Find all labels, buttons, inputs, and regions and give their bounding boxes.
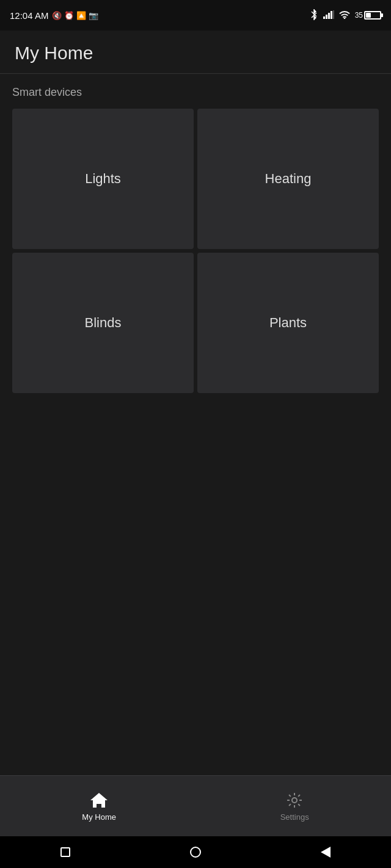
battery-box	[364, 11, 381, 20]
status-left: 12:04 AM 🔇 ⏰ 🔼 📷	[10, 10, 98, 21]
device-label-plants: Plants	[269, 315, 307, 331]
svg-rect-6	[97, 804, 101, 808]
settings-icon	[285, 790, 304, 810]
status-bar: 12:04 AM 🔇 ⏰ 🔼 📷	[0, 0, 391, 31]
battery-percent: 35	[355, 11, 363, 20]
status-right: 35	[310, 9, 381, 22]
nav-item-my-home[interactable]: My Home	[57, 786, 141, 826]
android-recents-button[interactable]	[58, 845, 73, 859]
nav-label-my-home: My Home	[82, 812, 116, 822]
svg-point-7	[292, 798, 297, 803]
app-icon: 📷	[89, 11, 98, 20]
device-grid: Lights Heating Blinds Plants	[12, 109, 379, 393]
section-label: Smart devices	[12, 86, 379, 99]
bottom-nav: My Home Settings	[0, 775, 391, 836]
svg-rect-3	[331, 11, 332, 19]
battery-icon: 35	[355, 11, 381, 20]
svg-rect-0	[323, 16, 325, 19]
svg-rect-4	[333, 10, 334, 19]
bluetooth-icon	[310, 9, 318, 22]
device-card-lights[interactable]: Lights	[12, 109, 194, 249]
back-icon	[321, 847, 331, 858]
recents-icon	[60, 847, 70, 857]
home-button-icon	[190, 847, 201, 858]
svg-rect-1	[326, 15, 327, 19]
device-card-heating[interactable]: Heating	[197, 109, 379, 249]
android-nav-bar	[0, 836, 391, 868]
device-label-blinds: Blinds	[85, 315, 122, 331]
battery-fill	[366, 13, 371, 18]
home-icon	[89, 790, 109, 810]
alarm-icon: ⏰	[64, 11, 74, 20]
page-title: My Home	[15, 43, 376, 63]
svg-point-5	[343, 17, 345, 18]
wifi-icon	[339, 10, 350, 21]
nav-icon: 🔼	[76, 11, 86, 20]
device-card-plants[interactable]: Plants	[197, 253, 379, 393]
notification-icons: 🔇 ⏰ 🔼 📷	[52, 11, 98, 20]
nav-item-settings[interactable]: Settings	[256, 786, 334, 826]
mute-icon: 🔇	[52, 11, 62, 20]
device-card-blinds[interactable]: Blinds	[12, 253, 194, 393]
device-label-lights: Lights	[85, 171, 121, 187]
svg-rect-2	[328, 13, 330, 19]
main-content: Smart devices Lights Heating Blinds Plan…	[0, 74, 391, 775]
android-back-button[interactable]	[318, 845, 333, 859]
device-label-heating: Heating	[265, 171, 312, 187]
signal-icon	[323, 10, 334, 21]
page-title-bar: My Home	[0, 31, 391, 73]
time-display: 12:04 AM	[10, 10, 48, 21]
nav-label-settings: Settings	[280, 812, 309, 822]
android-home-button[interactable]	[188, 845, 203, 859]
